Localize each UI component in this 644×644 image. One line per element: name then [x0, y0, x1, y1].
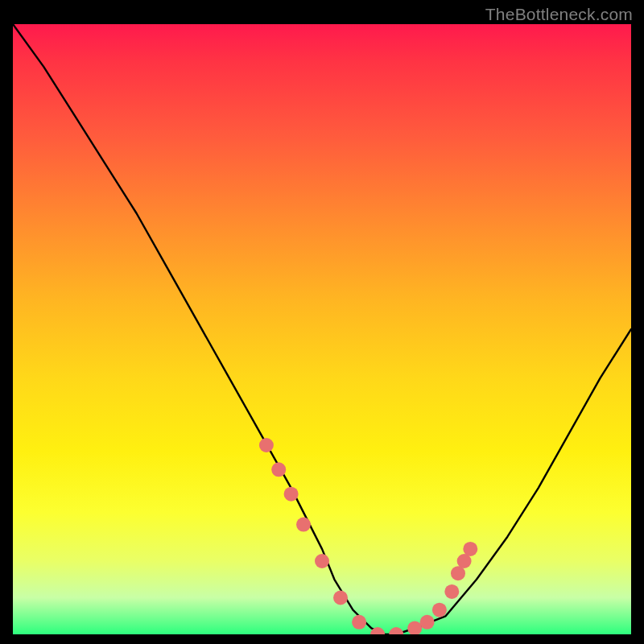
highlight-dot — [420, 615, 435, 630]
highlight-dot — [284, 487, 299, 502]
highlight-dot — [444, 584, 459, 599]
highlight-dot — [407, 621, 422, 634]
highlight-dot — [463, 542, 477, 556]
bottleneck-curve-line — [13, 24, 631, 634]
highlight-dot — [333, 591, 348, 605]
highlight-dot — [315, 554, 329, 568]
highlight-dot — [389, 627, 403, 634]
highlight-dot — [296, 518, 311, 532]
highlight-dot-group — [259, 438, 477, 634]
highlight-dot — [352, 615, 366, 630]
watermark-text: TheBottleneck.com — [485, 5, 633, 24]
chart-frame — [13, 24, 631, 634]
highlight-dot — [271, 462, 286, 477]
highlight-dot — [432, 603, 447, 617]
chart-overlay — [13, 24, 631, 634]
highlight-dot — [259, 438, 274, 452]
